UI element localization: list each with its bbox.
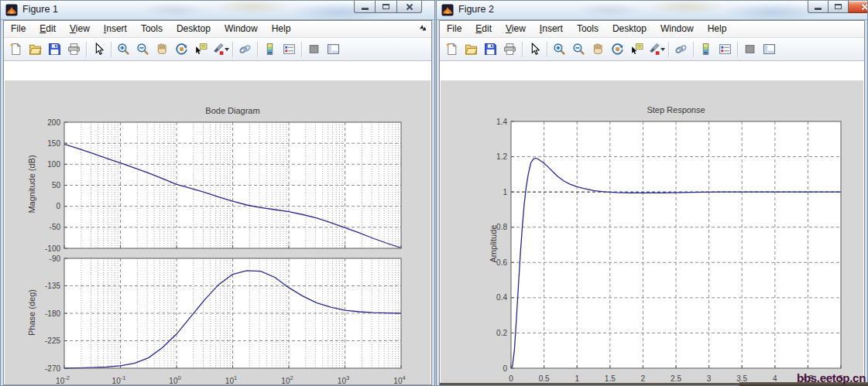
toolbar-separator [232, 42, 233, 57]
y-tick-label: 200 [47, 118, 60, 127]
minimize-button[interactable] [354, 1, 376, 13]
menu-item-file[interactable]: File [4, 21, 33, 37]
pointer-icon [528, 43, 541, 56]
new-figure-button[interactable] [442, 39, 461, 59]
watermark-text: bbs.eetop.cn [797, 371, 866, 384]
y-tick-label: -100 [45, 244, 60, 253]
y-tick-label: -90 [50, 254, 61, 263]
minimize-icon [362, 8, 369, 10]
minimize-button[interactable] [808, 1, 829, 13]
x-tick-label: 2.5 [671, 374, 681, 383]
step-plot-svg: 00.511.522.533.544.5500.20.40.60.811.21.… [441, 80, 863, 385]
open-file-icon [465, 43, 478, 56]
menu-item-view[interactable]: View [499, 21, 533, 37]
menu-item-insert[interactable]: Insert [533, 21, 570, 37]
data-cursor-icon [194, 43, 208, 56]
step-title: Step Response [511, 105, 841, 114]
menu-item-view[interactable]: View [63, 21, 97, 37]
data-cursor-button[interactable] [627, 39, 647, 59]
menu-item-tools[interactable]: Tools [570, 21, 606, 37]
menu-item-edit[interactable]: Edit [468, 21, 499, 37]
pan-button[interactable] [588, 39, 608, 59]
figure1-titlebar[interactable]: Figure 1 [1, 1, 434, 20]
menu-item-desktop[interactable]: Desktop [606, 21, 654, 37]
pointer-button[interactable] [89, 39, 108, 59]
show-plot-tools-button[interactable] [760, 39, 779, 59]
insert-colorbar-button[interactable] [696, 39, 715, 59]
link-plot-button[interactable] [235, 39, 255, 59]
close-button[interactable] [849, 1, 868, 13]
bode-grid-and-axes: 200150100500-50-100-90-135-180-225-27010… [45, 118, 406, 386]
figure2-client-area: FileEditViewInsertToolsDesktopWindowHelp… [439, 20, 865, 385]
print-figure-button[interactable] [500, 39, 520, 59]
x-tick-label: 10-2 [56, 374, 70, 385]
zoom-out-button[interactable] [569, 39, 588, 59]
insert-legend-button[interactable] [715, 39, 735, 59]
amplitude-axis-label: Amplitude [489, 197, 498, 290]
show-plot-tools-icon [327, 43, 340, 56]
y-tick-label: 100 [47, 160, 60, 169]
x-tick-label: 100 [169, 374, 180, 385]
dropdown-caret-icon[interactable] [225, 48, 229, 51]
close-button[interactable] [397, 1, 422, 13]
print-figure-button[interactable] [64, 39, 84, 59]
save-figure-button[interactable] [45, 39, 64, 59]
brush-icon [211, 43, 224, 56]
step-grid-and-axes: 00.511.522.533.544.5500.20.40.60.811.21.… [496, 118, 843, 384]
figure2-titlebar[interactable]: Figure 2 [437, 1, 867, 20]
brush-button[interactable] [647, 39, 666, 59]
minimize-icon [815, 8, 822, 10]
toolbar-separator [301, 42, 302, 57]
show-plot-tools-button[interactable] [324, 39, 343, 59]
rotate-3d-button[interactable] [172, 39, 191, 59]
data-cursor-button[interactable] [191, 39, 211, 59]
menu-item-help[interactable]: Help [701, 21, 734, 37]
maximize-button[interactable] [376, 1, 397, 13]
insert-colorbar-button[interactable] [260, 39, 280, 59]
menu-item-help[interactable]: Help [265, 21, 298, 37]
link-plot-button[interactable] [671, 39, 691, 59]
maximize-button[interactable] [829, 1, 849, 13]
zoom-in-button[interactable] [550, 39, 569, 59]
zoom-out-button[interactable] [133, 39, 153, 59]
rotate-3d-button[interactable] [608, 39, 627, 59]
open-file-icon [29, 43, 42, 56]
pan-button[interactable] [153, 39, 172, 59]
print-figure-icon [503, 43, 516, 56]
toolbar-separator [668, 42, 669, 57]
menu-item-tools[interactable]: Tools [134, 21, 170, 37]
menu-item-file[interactable]: File [440, 21, 468, 37]
menu-item-desktop[interactable]: Desktop [170, 21, 218, 37]
toolbar-separator [522, 42, 523, 57]
menu-overflow-icon[interactable] [417, 22, 431, 36]
x-tick-label: 104 [393, 374, 405, 385]
new-figure-button[interactable] [6, 39, 26, 59]
toolbar-separator [693, 42, 694, 57]
hide-plot-tools-button[interactable] [304, 39, 324, 59]
x-tick-label: 1 [575, 374, 579, 383]
zoom-in-button[interactable] [114, 39, 133, 59]
toolbar-separator [547, 42, 547, 57]
menu-item-window[interactable]: Window [654, 21, 701, 37]
save-figure-button[interactable] [481, 39, 500, 59]
maximize-icon [383, 4, 389, 9]
insert-legend-button[interactable] [280, 39, 299, 59]
menu-item-window[interactable]: Window [218, 21, 265, 37]
dropdown-caret-icon[interactable] [660, 48, 665, 51]
zoom-out-icon [136, 43, 149, 56]
figure1-toolbar [4, 38, 431, 61]
open-file-button[interactable] [26, 39, 45, 59]
window-bottom-edge [4, 384, 431, 385]
pointer-button[interactable] [525, 39, 544, 59]
hide-plot-tools-icon [743, 43, 756, 56]
hide-plot-tools-button[interactable] [740, 39, 760, 59]
close-icon [406, 3, 413, 11]
menu-item-insert[interactable]: Insert [97, 21, 134, 37]
menu-item-edit[interactable]: Edit [33, 21, 63, 37]
y-tick-label: 0.6 [496, 258, 507, 267]
pan-icon [592, 43, 605, 56]
brush-button[interactable] [211, 39, 230, 59]
print-figure-icon [67, 43, 81, 56]
open-file-button[interactable] [461, 39, 481, 59]
toolbar-separator [86, 42, 87, 57]
